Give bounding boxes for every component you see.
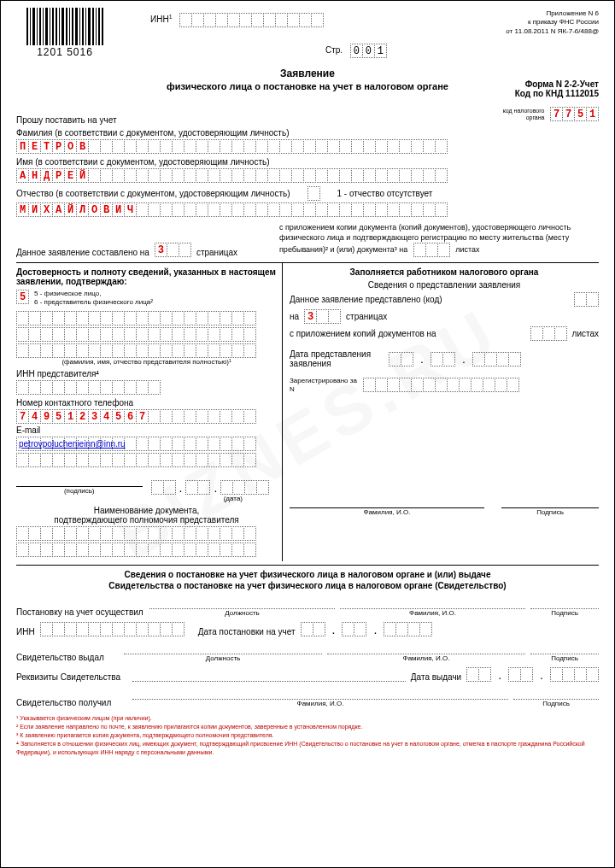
svg-rect-9 [56, 8, 57, 45]
name-cells[interactable]: АНДРЕЙ [16, 168, 448, 183]
svg-rect-12 [66, 8, 67, 45]
right-official-block: Заполняется работником налогового органа… [283, 263, 599, 561]
inn-cells[interactable] [179, 13, 324, 27]
person-type[interactable]: 5 [16, 290, 29, 304]
svg-rect-3 [37, 8, 38, 45]
svg-rect-1 [30, 8, 31, 45]
svg-rect-0 [26, 8, 28, 45]
name-label: Имя (в соответствии с документом, удосто… [16, 157, 599, 167]
svg-rect-2 [32, 8, 35, 45]
svg-rect-5 [43, 8, 44, 45]
reg-inn[interactable] [40, 622, 184, 636]
sig-date[interactable] [151, 480, 176, 495]
patronymic-flag-cell[interactable] [308, 186, 320, 201]
submit-code[interactable] [574, 292, 599, 307]
svg-rect-14 [72, 8, 73, 45]
svg-rect-23 [102, 8, 103, 45]
tax-org-cells[interactable]: 7751 [550, 107, 599, 121]
pages-block: Данное заявление составлено на 3 страниц… [16, 222, 599, 257]
page-cells: 001 [350, 44, 387, 58]
page-number: Стр. 001 [325, 44, 387, 58]
svg-rect-6 [45, 8, 48, 45]
split-section: Достоверность и полноту сведений, указан… [16, 262, 599, 561]
doc-name-2[interactable] [16, 542, 256, 557]
reg-number[interactable] [363, 378, 519, 392]
surname-cells[interactable]: ПЕТРОВ [16, 139, 448, 154]
rep-name-3[interactable] [16, 343, 256, 358]
svg-rect-7 [50, 8, 50, 45]
svg-rect-18 [85, 8, 86, 45]
header-right: Приложение N 6 к приказу ФНС России от 1… [506, 9, 599, 36]
svg-rect-17 [82, 8, 84, 45]
svg-rect-22 [98, 8, 100, 45]
svg-rect-16 [79, 8, 80, 45]
svg-rect-15 [75, 8, 78, 45]
submit-sheets[interactable] [530, 326, 567, 341]
pages-count[interactable]: 3 [155, 243, 191, 257]
phone-cells[interactable]: 74951234567 [16, 409, 256, 424]
form-code: Форма N 2-2-Учет Код по КНД 1112015 [515, 79, 599, 98]
sheets-cells[interactable] [413, 243, 450, 257]
svg-rect-21 [96, 8, 97, 45]
svg-rect-13 [69, 8, 70, 45]
surname-label: Фамилия (в соответствии с документом, уд… [16, 128, 599, 138]
rep-inn[interactable] [16, 380, 161, 395]
rep-name-1[interactable] [16, 311, 256, 326]
form-page: BIZNES.RU 1201 5016 ИНН1 Стр. 001 Прилож… [0, 0, 615, 868]
registration-section: Сведения о постановке на учет физическог… [16, 565, 599, 707]
left-confirm-block: Достоверность и полноту сведений, указан… [16, 263, 283, 561]
doc-title: Заявление [16, 67, 599, 79]
svg-rect-8 [52, 8, 54, 45]
patronymic-row: Отчество (в соответствии с документом, у… [16, 186, 599, 201]
tax-org-code: код налогового органа 7751 [503, 107, 599, 121]
footnotes: ¹ Указывается физическим лицом (при нали… [16, 714, 599, 756]
doc-name-1[interactable] [16, 526, 256, 541]
doc-subtitle: физического лица о постановке на учет в … [16, 81, 599, 91]
svg-rect-11 [62, 8, 64, 45]
inn-label: ИНН1 [150, 13, 324, 27]
patronymic-cells[interactable]: МИХАЙЛОВИЧ [16, 202, 448, 217]
barcode: 1201 5016 [26, 8, 103, 58]
rep-name-2[interactable] [16, 327, 256, 342]
svg-rect-19 [88, 8, 91, 45]
email-cells-2[interactable] [16, 453, 256, 467]
svg-rect-4 [39, 8, 41, 45]
barcode-text: 1201 5016 [26, 46, 103, 58]
svg-rect-20 [92, 8, 94, 45]
svg-rect-10 [59, 8, 60, 45]
email-value: petrovpoluchenieinn@inn.ru [19, 439, 126, 449]
submit-pages[interactable]: 3 [304, 309, 341, 324]
